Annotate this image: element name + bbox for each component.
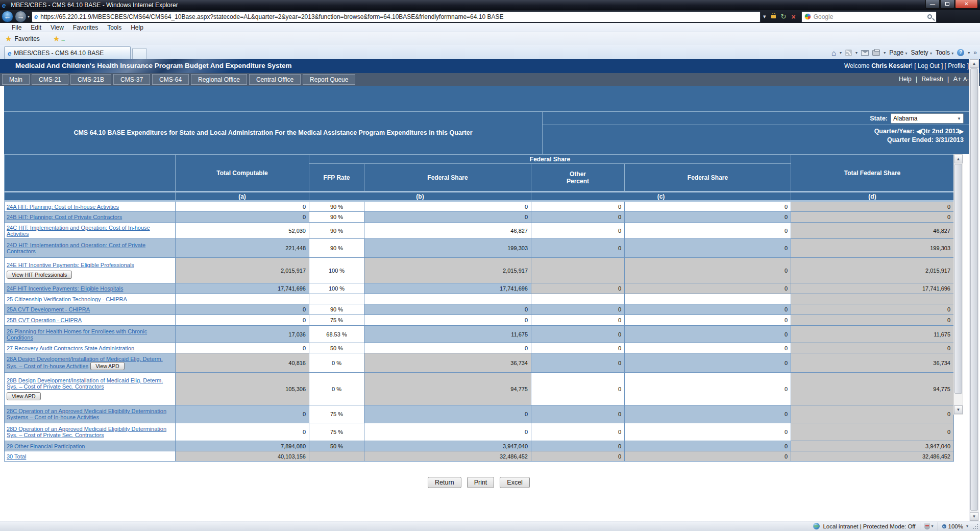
search-magnifier-icon[interactable] [927, 14, 932, 19]
menu-favorites[interactable]: Favorites [68, 24, 103, 31]
page-scroll-up-icon[interactable]: ▲ [970, 59, 978, 68]
row-label-link[interactable]: 28B Design Development/Installation of M… [7, 377, 163, 390]
font-increase-link[interactable]: A+ [953, 75, 961, 83]
row-label-link[interactable]: 26 Planning for Health Homes for Enrolle… [7, 328, 147, 341]
cell-federal-share-c: 0 [625, 326, 791, 343]
menu-view[interactable]: View [46, 24, 68, 31]
search-input[interactable]: Google [801, 11, 937, 22]
row-label-link[interactable]: 25B CVT Operation - CHIPRA [7, 317, 82, 323]
page-scrollbar-thumb[interactable] [970, 68, 978, 511]
view-detail-button[interactable]: View HIT Professionals [7, 271, 72, 279]
menu-help[interactable]: Help [126, 24, 148, 31]
menu-tools[interactable]: Tools [103, 24, 126, 31]
print-icon[interactable] [872, 50, 880, 56]
next-quarter-icon[interactable]: ▶ [960, 128, 964, 134]
return-button[interactable]: Return [428, 477, 461, 488]
nav-tab-regional-office[interactable]: Regional Office [191, 74, 247, 85]
print-button[interactable]: Print [467, 477, 495, 488]
page-favicon-icon: e [34, 13, 38, 20]
address-input[interactable]: e https://65.220.21.9/MBESCBES/CMS64/CMS… [32, 11, 761, 22]
row-label-link[interactable]: 24A HIT: Planning: Cost of In-house Acti… [7, 204, 119, 210]
history-dropdown-icon[interactable]: ▾ [28, 14, 30, 19]
view-detail-button[interactable]: View APD [7, 392, 41, 400]
row-label-link[interactable]: 29 Other Financial Participation [7, 443, 85, 449]
home-icon[interactable]: ⌂ [831, 49, 836, 57]
row-label-link[interactable]: 24F HIT Incentive Payments: Eligible Hos… [7, 285, 123, 292]
home-dropdown-icon[interactable]: ▾ [840, 51, 842, 55]
stop-icon[interactable]: × [789, 11, 798, 22]
row-label-link[interactable]: 25 Citizenship Verification Technology -… [7, 296, 127, 302]
row-label-link[interactable]: 28A Design Development/Installation of M… [7, 356, 163, 369]
row-label-link[interactable]: 28D Operation of an Approved Medicaid El… [7, 426, 166, 438]
cell-other-percent [531, 258, 625, 283]
tools-menu-button[interactable]: Tools ▾ [936, 49, 953, 56]
resize-grip[interactable] [972, 523, 978, 529]
view-detail-button[interactable]: View APD [90, 362, 125, 370]
forward-button[interactable]: → [15, 11, 27, 22]
row-label-link[interactable]: 30 Total [7, 453, 26, 460]
prev-quarter-icon[interactable]: ◀ [916, 128, 920, 134]
row-label-link[interactable]: 27 Recovery Audit Contractors State Admi… [7, 345, 134, 351]
refresh-icon[interactable]: ↻ [778, 11, 789, 22]
nav-tab-cms64[interactable]: CMS-64 [152, 74, 189, 85]
maximize-icon [945, 2, 949, 6]
scroll-up-icon[interactable]: ▲ [954, 155, 963, 163]
safety-menu-button[interactable]: Safety ▾ [911, 49, 932, 56]
font-decrease-link[interactable]: A- [963, 76, 969, 82]
refresh-link[interactable]: Refresh [922, 76, 943, 83]
help-link[interactable]: Help [899, 76, 912, 83]
excel-button[interactable]: Excel [500, 477, 530, 488]
help-dropdown-icon[interactable]: ▾ [968, 51, 970, 55]
zoom-magnifier-icon[interactable] [942, 524, 946, 528]
print-dropdown-icon[interactable]: ▾ [884, 51, 886, 55]
nav-tab-cms21[interactable]: CMS-21 [32, 74, 68, 85]
table-scrollbar-thumb[interactable] [954, 164, 962, 394]
new-tab-button[interactable] [132, 48, 146, 59]
state-select[interactable]: Alabama ▼ [891, 113, 964, 124]
zoom-dropdown-icon[interactable]: ▾ [966, 524, 968, 528]
add-favorite-icon[interactable]: ★→ [53, 34, 66, 43]
nav-tab-cms37[interactable]: CMS-37 [113, 74, 150, 85]
row-label-link[interactable]: 24D HIT: Implementation and Operation: C… [7, 242, 145, 254]
more-commands-icon[interactable]: » [973, 49, 977, 56]
feeds-icon[interactable] [845, 50, 852, 56]
table-scrollbar[interactable]: ▲ ▼ [953, 154, 963, 415]
menu-edit[interactable]: Edit [26, 24, 46, 31]
zoom-level-text[interactable]: 100% [948, 523, 963, 529]
help-icon[interactable]: ? [957, 49, 964, 56]
page-scrollbar[interactable]: ▲ ▼ [969, 59, 979, 521]
mail-icon[interactable] [861, 50, 869, 56]
row-label-cell: 24F HIT Incentive Payments: Eligible Hos… [5, 283, 176, 294]
address-dropdown-icon[interactable]: ▾ [761, 11, 769, 22]
cell-federal-share-b: 11,675 [364, 326, 531, 343]
browser-tab-active[interactable]: e MBES/CBES - CMS 64.10 BASE [4, 46, 131, 59]
favorites-button[interactable]: Favorites [14, 35, 39, 42]
maximize-button[interactable] [940, 0, 954, 9]
row-label-link[interactable]: 25A CVT Development - CHIPRA [7, 306, 90, 312]
profile-link[interactable]: Profile [948, 62, 965, 69]
minimize-button[interactable]: — [925, 0, 940, 9]
page-scroll-down-icon[interactable]: ▼ [970, 512, 978, 521]
close-button[interactable]: ✕ [955, 0, 978, 9]
page-menu-button[interactable]: Page ▾ [889, 49, 907, 56]
menu-file[interactable]: File [7, 24, 26, 31]
cell-total-federal-share: 94,775 [791, 373, 954, 405]
cell-other-percent: 0 [531, 304, 625, 315]
scroll-down-icon[interactable]: ▼ [954, 405, 963, 414]
row-label-link[interactable]: 28C Operation of an Approved Medicaid El… [7, 408, 166, 420]
row-label-link[interactable]: 24B HIT: Planning: Cost of Private Contr… [7, 214, 122, 220]
logout-link[interactable]: Log Out [918, 62, 940, 69]
nav-tab-main[interactable]: Main [2, 74, 30, 85]
nav-tab-report-queue[interactable]: Report Queue [303, 74, 355, 85]
smartscreen-dropdown-icon[interactable]: ▾ [932, 524, 934, 528]
feeds-dropdown-icon[interactable]: ▾ [855, 51, 857, 55]
smartscreen-shield-icon[interactable] [924, 523, 930, 529]
nav-tab-central-office[interactable]: Central Office [249, 74, 301, 85]
nav-tab-cms21b[interactable]: CMS-21B [70, 74, 111, 85]
back-button[interactable]: ← [2, 11, 13, 22]
cell-ffp-rate: 50 % [309, 441, 364, 451]
row-label-link[interactable]: 24E HIT Incentive Payments: Eligible Pro… [7, 262, 134, 268]
quarter-link[interactable]: Qtr 2nd 2013 [921, 128, 960, 135]
cell-federal-share-b: 2,015,917 [364, 258, 531, 283]
row-label-link[interactable]: 24C HIT: Implementation and Operation: C… [7, 225, 150, 237]
